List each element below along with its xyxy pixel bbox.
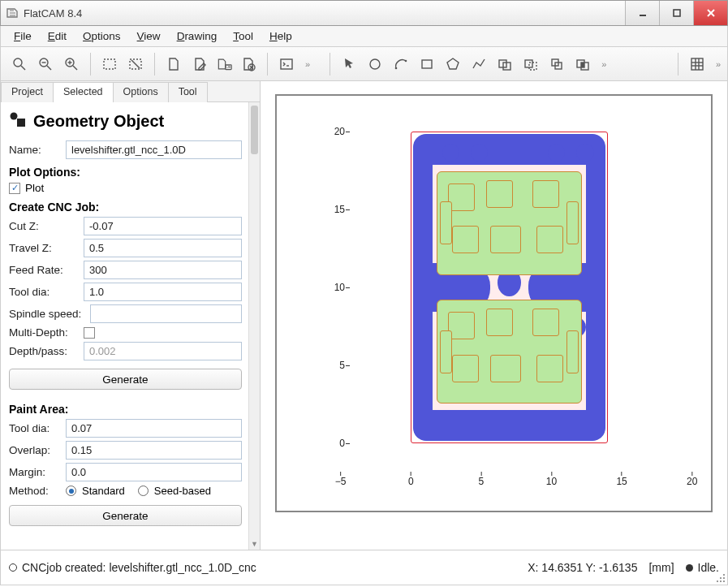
polygon-icon[interactable] bbox=[441, 52, 465, 76]
menu-file[interactable]: File bbox=[7, 28, 38, 44]
tab-options[interactable]: Options bbox=[113, 82, 169, 102]
feedrate-label: Feed Rate: bbox=[9, 264, 79, 276]
zoom-out-icon[interactable] bbox=[33, 52, 58, 76]
intersect-icon[interactable] bbox=[571, 52, 595, 76]
feedrate-field[interactable] bbox=[84, 261, 242, 279]
method-seed-radio[interactable] bbox=[138, 486, 149, 496]
svg-line-5 bbox=[21, 66, 25, 70]
menu-options[interactable]: Options bbox=[76, 28, 127, 44]
depthpass-field[interactable] bbox=[84, 342, 242, 360]
doc-del-icon[interactable] bbox=[236, 52, 261, 76]
maximize-button[interactable] bbox=[659, 1, 693, 25]
y-tick: 0 bbox=[312, 438, 345, 449]
name-label: Name: bbox=[9, 144, 61, 156]
paint-tooldia-field[interactable] bbox=[66, 419, 242, 438]
svg-rect-29 bbox=[525, 60, 532, 67]
y-tick: 20 bbox=[312, 126, 345, 137]
paint-heading: Paint Area: bbox=[9, 403, 242, 416]
x-tick: 20 bbox=[687, 472, 697, 490]
scroll-thumb[interactable] bbox=[251, 106, 258, 154]
generate-paint-button[interactable]: Generate bbox=[9, 505, 242, 526]
svg-rect-36 bbox=[691, 58, 703, 70]
subtract-icon[interactable] bbox=[519, 52, 543, 76]
method-label: Method: bbox=[9, 485, 61, 497]
spindle-label: Spindle speed: bbox=[9, 308, 85, 320]
toolbar: Ok » » » bbox=[0, 47, 728, 81]
union-icon[interactable] bbox=[493, 52, 517, 76]
x-tick: 10 bbox=[546, 472, 557, 490]
paint-margin-field[interactable] bbox=[66, 463, 242, 481]
generate-cnc-button[interactable]: Generate bbox=[9, 369, 242, 390]
minimize-button[interactable] bbox=[625, 1, 659, 25]
tab-tool[interactable]: Tool bbox=[168, 82, 208, 102]
svg-point-23 bbox=[370, 59, 380, 69]
copy-icon[interactable] bbox=[545, 52, 569, 76]
svg-line-15 bbox=[131, 60, 140, 68]
svg-line-7 bbox=[47, 66, 51, 70]
status-indicator-icon bbox=[9, 563, 17, 572]
travelz-field[interactable] bbox=[84, 239, 242, 257]
toolbar-overflow-1[interactable]: » bbox=[302, 59, 313, 69]
polyline-icon[interactable] bbox=[467, 52, 491, 76]
plot-checkbox[interactable] bbox=[9, 183, 20, 194]
circle-icon[interactable] bbox=[363, 52, 387, 76]
title-bar: FlatCAM 8.4 bbox=[0, 0, 728, 26]
pointer-icon[interactable] bbox=[337, 52, 361, 76]
close-button[interactable] bbox=[693, 1, 727, 25]
svg-point-24 bbox=[395, 67, 398, 69]
svg-rect-42 bbox=[17, 119, 25, 127]
svg-rect-13 bbox=[104, 59, 115, 69]
tab-project[interactable]: Project bbox=[1, 82, 54, 102]
spindle-field[interactable] bbox=[90, 304, 242, 323]
cnc-heading: Create CNC Job: bbox=[9, 201, 242, 214]
svg-point-25 bbox=[405, 59, 407, 62]
paint-overlap-field[interactable] bbox=[66, 441, 242, 460]
cutz-field[interactable] bbox=[84, 217, 242, 235]
x-tick: 5 bbox=[479, 472, 485, 490]
svg-line-10 bbox=[73, 66, 77, 70]
y-tick: 5 bbox=[312, 360, 345, 371]
rect-icon[interactable] bbox=[415, 52, 439, 76]
select-clear-icon[interactable] bbox=[123, 52, 148, 76]
terminal-icon[interactable] bbox=[274, 52, 299, 76]
paint-margin-label: Margin: bbox=[9, 466, 61, 478]
depthpass-label: Depth/pass: bbox=[9, 345, 79, 357]
status-message: CNCjob created: levelshifter.gtl_ncc_1.0… bbox=[22, 561, 256, 574]
select-rect-icon[interactable] bbox=[97, 52, 122, 76]
x-tick: 0 bbox=[408, 472, 414, 490]
method-standard-radio[interactable] bbox=[66, 486, 76, 496]
menu-view[interactable]: View bbox=[131, 28, 167, 44]
svg-text:Ok: Ok bbox=[226, 64, 231, 69]
menu-edit[interactable]: Edit bbox=[41, 28, 73, 44]
zoom-in-icon[interactable] bbox=[59, 52, 84, 76]
scroll-down-icon[interactable]: ▼ bbox=[249, 538, 260, 550]
travelz-label: Travel Z: bbox=[9, 242, 79, 254]
menu-tool[interactable]: Tool bbox=[226, 28, 260, 44]
side-scrollbar[interactable]: ▲ ▼ bbox=[248, 102, 260, 550]
svg-rect-21 bbox=[281, 59, 292, 69]
svg-rect-35 bbox=[581, 63, 584, 67]
multidepth-checkbox[interactable] bbox=[84, 327, 95, 339]
grid-icon[interactable] bbox=[685, 52, 709, 76]
resize-grip[interactable] bbox=[714, 572, 726, 583]
svg-point-41 bbox=[11, 113, 18, 120]
tooldia-field[interactable] bbox=[84, 283, 242, 301]
arc-icon[interactable] bbox=[389, 52, 413, 76]
name-field[interactable] bbox=[66, 140, 242, 159]
status-coords: X: 14.6351 Y: -1.6135 bbox=[528, 561, 637, 574]
menu-help[interactable]: Help bbox=[263, 28, 299, 44]
paint-overlap-label: Overlap: bbox=[9, 444, 61, 456]
zoom-fit-icon[interactable] bbox=[7, 52, 32, 76]
doc-ok-icon[interactable]: Ok bbox=[213, 52, 235, 76]
window-title: FlatCAM 8.4 bbox=[24, 7, 82, 19]
toolbar-overflow-3[interactable]: » bbox=[713, 59, 724, 69]
edit-doc-icon[interactable] bbox=[187, 52, 212, 76]
paint-tooldia-label: Tool dia: bbox=[9, 422, 61, 434]
plot-canvas[interactable]: 05101520−505101520 bbox=[261, 81, 727, 550]
tooldia-label: Tool dia: bbox=[9, 286, 79, 298]
menu-drawing[interactable]: Drawing bbox=[170, 28, 224, 44]
new-doc-icon[interactable] bbox=[162, 52, 186, 76]
tab-selected[interactable]: Selected bbox=[53, 82, 114, 102]
y-tick: 10 bbox=[312, 282, 345, 293]
toolbar-overflow-2[interactable]: » bbox=[598, 59, 610, 69]
